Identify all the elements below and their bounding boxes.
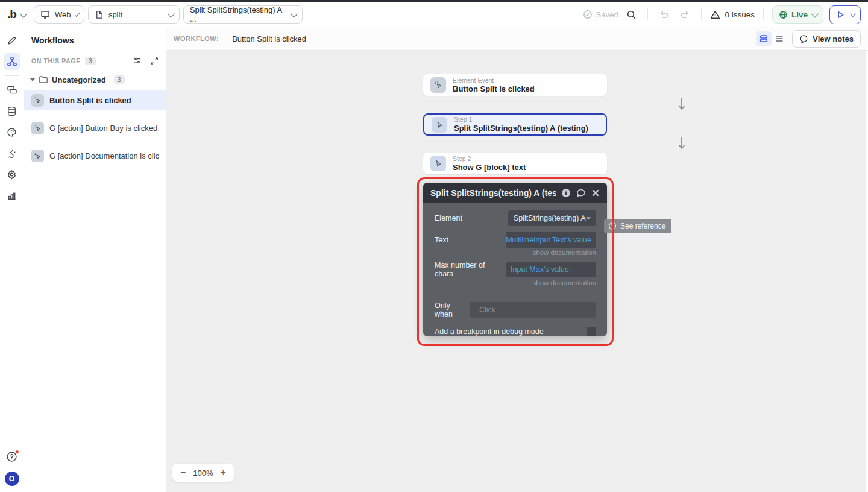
expand-icon[interactable] [150, 56, 159, 65]
workflow-item[interactable]: Button Split is clicked [24, 90, 166, 110]
show-documentation-link[interactable]: show documentation [435, 249, 596, 256]
question-circle-icon [608, 222, 617, 230]
card-view-button[interactable] [756, 31, 772, 46]
components-tab-icon[interactable] [4, 81, 20, 98]
page-selector[interactable]: split [88, 5, 180, 24]
divider [763, 8, 764, 20]
section-label: ON THIS PAGE [31, 57, 81, 65]
workflow-item[interactable]: G [action] Button Buy is clicked [24, 118, 166, 138]
element-dropdown-value: SplitStrings(testing) A [514, 214, 586, 222]
workflow-item-label: Button Split is clicked [49, 96, 131, 105]
zoom-level: 100% [193, 468, 213, 478]
zoom-out-button[interactable]: − [179, 468, 187, 478]
workflow-canvas[interactable]: Element Event Button Split is clicked St… [166, 51, 868, 492]
view-notes-button[interactable]: View notes [792, 30, 861, 48]
event-title: Button Split is clicked [453, 84, 535, 94]
step-label: Step 1 [454, 116, 588, 124]
folder-icon [39, 75, 48, 84]
styles-tab-palette-icon[interactable] [4, 124, 20, 140]
max-expression-value: Input Max's value [511, 265, 569, 274]
topbar: .b Web split Split SplitStrings(testing)… [0, 2, 868, 27]
comment-icon[interactable] [576, 188, 586, 198]
save-status-label: Saved [596, 10, 618, 19]
step2-card[interactable]: Step 2 Show G [block] text [423, 153, 607, 174]
cursor-click-icon [31, 122, 44, 134]
action-property-editor: Split SplitStrings(testing) A (testi [423, 183, 607, 336]
workflow-breadcrumb-name: Button Split is clicked [232, 34, 306, 43]
check-circle-icon [583, 10, 593, 19]
view-toggle [756, 31, 787, 46]
text-expression-field[interactable]: MultilineInput Text's value [506, 232, 596, 248]
folder-uncategorized[interactable]: Uncategorized 3 [24, 75, 166, 84]
undo-icon [659, 10, 669, 20]
bubble-logo-menu[interactable]: .b [5, 8, 30, 21]
left-rail: O [0, 27, 24, 492]
list-view-button[interactable] [772, 31, 787, 46]
logs-tab-chart-icon[interactable] [4, 187, 20, 204]
cursor-arrow-icon [432, 117, 447, 133]
live-version-button[interactable]: Live [772, 5, 823, 24]
chevron-down-icon [75, 11, 80, 16]
element-dropdown[interactable]: SplitStrings(testing) A [508, 210, 596, 226]
flow-arrow-icon [678, 136, 685, 151]
environment-selector[interactable]: Web [34, 5, 84, 24]
workflow-selector-label: Split SplitStrings(testing) A ... [190, 5, 286, 24]
panel-title: Workflows [24, 36, 166, 45]
zoom-in-button[interactable]: + [219, 468, 227, 478]
live-label: Live [791, 10, 808, 19]
play-icon [836, 10, 845, 19]
workflow-item-label: G [action] Documentation is click... [49, 151, 159, 160]
undo-button[interactable] [656, 7, 671, 22]
issues-indicator[interactable]: 0 issues [710, 10, 755, 20]
show-documentation-link[interactable]: show documentation [435, 279, 596, 286]
step-title: Split SplitStrings(testing) A (testing) [454, 124, 588, 133]
chevron-down-icon [586, 217, 591, 220]
folder-name: Uncategorized [52, 75, 106, 84]
plugins-tab-plug-icon[interactable] [4, 145, 20, 162]
chevron-down-icon [291, 10, 298, 17]
database-tab-icon[interactable] [4, 102, 20, 119]
chevron-down-icon [167, 10, 175, 17]
divider [647, 8, 648, 20]
only-when-input[interactable] [470, 302, 596, 318]
step-label: Step 2 [453, 155, 526, 163]
cursor-click-icon [31, 94, 44, 107]
action-panel-title: Split SplitStrings(testing) A (testi [430, 188, 556, 198]
info-icon[interactable] [561, 188, 571, 198]
save-status: Saved [583, 10, 618, 19]
breakpoint-checkbox[interactable] [587, 327, 596, 336]
page-icon [95, 10, 104, 19]
workflow-breadcrumb-label: WORKFLOW: [174, 35, 219, 42]
max-characters-label: Max number of chara [435, 261, 506, 278]
page-label: split [108, 10, 122, 19]
filter-sliders-icon[interactable] [133, 56, 142, 65]
chevron-down-icon [850, 11, 856, 17]
folder-count-badge: 3 [114, 75, 125, 84]
only-when-label: Only when [435, 301, 470, 318]
max-expression-field[interactable]: Input Max's value [506, 262, 596, 277]
event-card[interactable]: Element Event Button Split is clicked [423, 74, 607, 96]
divider [5, 75, 19, 76]
action-panel-header: Split SplitStrings(testing) A (testi [423, 183, 607, 203]
workflow-tab-icon[interactable] [4, 53, 20, 70]
see-reference-label: See reference [620, 222, 665, 230]
workflow-item[interactable]: G [action] Documentation is click... [24, 146, 166, 166]
close-icon[interactable] [591, 189, 600, 197]
redo-button[interactable] [678, 7, 693, 22]
preview-run-button[interactable] [829, 5, 861, 24]
breakpoint-label: Add a breakpoint in debug mode [435, 327, 587, 336]
help-button[interactable] [6, 451, 17, 464]
search-button[interactable] [624, 7, 639, 22]
step1-card[interactable]: Step 1 Split SplitStrings(testing) A (te… [423, 113, 607, 136]
settings-tab-gear-icon[interactable] [4, 166, 20, 183]
design-tab-pencil-icon[interactable] [4, 32, 20, 49]
text-label: Text [435, 236, 506, 244]
monitor-icon [40, 10, 50, 19]
redo-icon [680, 10, 690, 20]
comment-icon [799, 34, 808, 43]
view-notes-label: View notes [813, 34, 854, 43]
divider [423, 294, 607, 294]
divider [701, 8, 702, 20]
workflow-selector[interactable]: Split SplitStrings(testing) A ... [183, 5, 303, 24]
user-avatar[interactable]: O [5, 472, 19, 486]
